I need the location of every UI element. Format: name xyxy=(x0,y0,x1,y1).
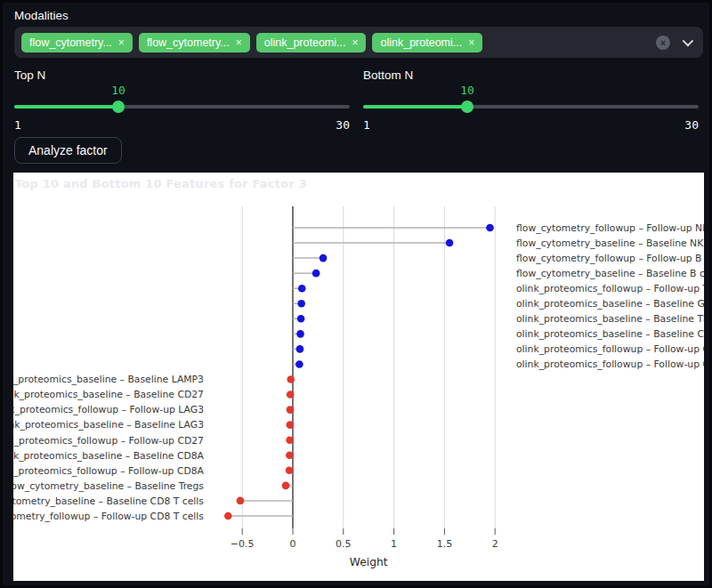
feature-label-right: flow_cytometry_baseline – Baseline B cel… xyxy=(516,268,704,279)
slider-thumb[interactable] xyxy=(112,101,125,113)
lollipop-dot xyxy=(237,497,245,505)
lollipop-dot xyxy=(282,482,290,490)
analyze-factor-button[interactable]: Analyze factor xyxy=(14,137,122,164)
feature-label-left: olink_proteomics_baseline – Baseline LAM… xyxy=(13,374,204,385)
feature-label-right: flow_cytometry_baseline – Baseline NK ce… xyxy=(516,238,704,249)
lollipop-dot xyxy=(295,360,303,368)
feature-label-left: olink_proteomics_followup – Follow-up CD… xyxy=(13,465,205,477)
lollipop-dot xyxy=(224,512,232,520)
lollipop-dot xyxy=(296,330,304,338)
feature-label-left: flow_cytometry_baseline – Baseline Tregs xyxy=(13,480,204,492)
slider-track-fill xyxy=(14,105,118,109)
feature-label-right: olink_proteomics_baseline – Baseline CCL… xyxy=(516,328,704,340)
lollipop-dot xyxy=(297,300,305,308)
x-tick-label: 1.5 xyxy=(437,538,453,550)
feature-label-left: olink_proteomics_followup – Follow-up CD… xyxy=(13,435,204,447)
feature-label-right: olink_proteomics_baseline – Baseline TNF… xyxy=(516,313,704,325)
slider-track-fill xyxy=(363,105,467,109)
tag-olink-proteomics-1[interactable]: olink_proteomi... × xyxy=(256,33,367,52)
feature-label-right: flow_cytometry_followup – Follow-up NK c… xyxy=(516,222,704,234)
slider-max-label: 30 xyxy=(336,118,350,132)
bottom-n-slider-group: Bottom N 10 1 30 xyxy=(363,68,699,127)
lollipop-dot xyxy=(296,345,304,353)
slider-max-label: 30 xyxy=(684,118,699,132)
tag-flow-cytometry-1[interactable]: flow_cytometry... × xyxy=(21,33,133,52)
feature-label-right: flow_cytometry_followup – Follow-up B ce… xyxy=(516,253,704,264)
slider-current-value: 10 xyxy=(111,84,125,97)
modalities-multiselect[interactable]: flow_cytometry... × flow_cytometry... × … xyxy=(14,27,703,58)
tag-remove-icon[interactable]: × xyxy=(118,36,125,49)
lollipop-dot xyxy=(297,315,305,323)
tag-label: olink_proteomi... xyxy=(380,36,462,49)
selected-tags: flow_cytometry... × flow_cytometry... × … xyxy=(21,33,656,52)
tag-flow-cytometry-2[interactable]: flow_cytometry... × xyxy=(139,33,250,52)
lollipop-dot xyxy=(320,254,328,262)
x-axis-label: Weight xyxy=(350,556,388,568)
slider-min-label: 1 xyxy=(14,118,21,132)
feature-label-left: flow_cytometry_followup – Follow-up CD8 … xyxy=(13,511,204,522)
x-tick-label: 2 xyxy=(492,538,498,550)
feature-label-right: olink_proteomics_followup – Follow-up TN… xyxy=(516,283,704,294)
bottom-n-slider[interactable]: 10 xyxy=(363,101,699,113)
feature-label-right: olink_proteomics_baseline – Baseline GZM… xyxy=(516,298,704,310)
lollipop-dot xyxy=(287,375,295,383)
feature-label-right: olink_proteomics_followup – Follow-up CC… xyxy=(516,343,704,355)
lollipop-dot xyxy=(298,285,306,293)
tag-label: olink_proteomi... xyxy=(264,36,346,49)
chevron-down-icon[interactable] xyxy=(683,36,694,47)
tag-label: flow_cytometry... xyxy=(29,36,112,49)
feature-label-left: olink_proteomics_baseline – Baseline CD2… xyxy=(13,389,204,400)
feature-label-left: flow_cytometry_baseline – Baseline CD8 T… xyxy=(13,495,204,507)
weights-lollipop-chart: −0.500.511.52Weightflow_cytometry_follow… xyxy=(13,173,704,581)
top-n-slider[interactable]: 10 xyxy=(14,101,350,113)
bottom-n-label: Bottom N xyxy=(363,68,699,82)
x-tick-label: 0 xyxy=(290,538,296,550)
lollipop-dot xyxy=(287,406,295,414)
feature-label-left: olink_proteomics_followup – Follow-up LA… xyxy=(13,404,204,415)
feature-label-left: olink_proteomics_baseline – Baseline CD8… xyxy=(13,450,205,462)
lollipop-dot xyxy=(287,391,295,399)
lollipop-dot xyxy=(486,224,494,232)
factor-weights-chart-panel: Top 10 and Bottom 10 Features for Factor… xyxy=(13,173,704,581)
slider-thumb[interactable] xyxy=(461,101,473,113)
feature-label-left: olink_proteomics_baseline – Baseline LAG… xyxy=(13,419,204,431)
x-tick-label: −0.5 xyxy=(231,538,255,550)
lollipop-dot xyxy=(312,270,320,278)
x-tick-label: 1 xyxy=(391,538,397,550)
lollipop-dot xyxy=(287,421,295,429)
top-n-slider-group: Top N 10 1 30 xyxy=(14,68,350,127)
x-tick-label: 0.5 xyxy=(336,538,352,550)
lollipop-dot xyxy=(286,451,294,459)
slider-current-value: 10 xyxy=(460,84,474,97)
modalities-label: Modalities xyxy=(14,9,69,22)
tag-remove-icon[interactable]: × xyxy=(468,36,474,49)
slider-min-label: 1 xyxy=(363,118,370,132)
feature-label-right: olink_proteomics_followup – Follow-up GZ… xyxy=(516,358,704,370)
lollipop-dot xyxy=(286,467,294,475)
tag-remove-icon[interactable]: × xyxy=(236,36,242,49)
app-window: Modalities flow_cytometry... × flow_cyto… xyxy=(0,0,712,588)
tag-olink-proteomics-2[interactable]: olink_proteomi... × xyxy=(372,33,482,52)
top-n-label: Top N xyxy=(14,68,350,82)
tag-label: flow_cytometry... xyxy=(147,36,230,49)
tag-remove-icon[interactable]: × xyxy=(352,36,358,49)
clear-all-icon[interactable]: × xyxy=(656,36,670,50)
lollipop-dot xyxy=(286,436,294,444)
lollipop-dot xyxy=(446,239,454,247)
